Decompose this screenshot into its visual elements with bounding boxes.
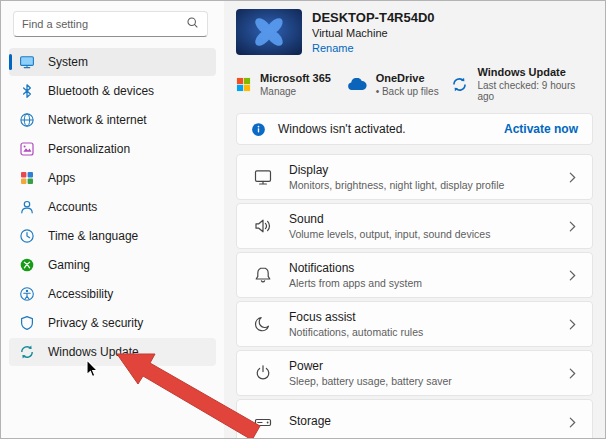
sidebar-item-label: Windows Update <box>48 345 139 359</box>
shield-icon <box>19 315 35 331</box>
sidebar-item-label: Personalization <box>48 142 130 156</box>
sidebar-item-label: Gaming <box>48 258 90 272</box>
xbox-gaming-icon <box>19 257 35 273</box>
quick-action-title: Windows Update <box>477 66 593 78</box>
quick-action-microsoft-365[interactable]: Microsoft 365 Manage <box>236 69 347 99</box>
sidebar-item-bluetooth-devices[interactable]: Bluetooth & devices <box>9 77 216 105</box>
quick-action-windows-update[interactable]: Windows Update Last checked: 9 hours ago <box>451 69 593 99</box>
onedrive-cloud-icon <box>347 78 367 91</box>
settings-card-storage[interactable]: Storage <box>236 399 593 439</box>
card-subtitle: Alerts from apps and system <box>289 277 422 289</box>
sidebar-item-windows-update[interactable]: Windows Update <box>9 338 216 366</box>
sidebar-item-label: Time & language <box>48 229 138 243</box>
sidebar-item-personalization[interactable]: Personalization <box>9 135 216 163</box>
settings-card-focus-assist[interactable]: Focus assist Notifications, automatic ru… <box>236 301 593 347</box>
quick-action-subtitle: Manage <box>260 86 331 97</box>
chevron-right-icon <box>569 221 576 232</box>
storage-drive-icon <box>253 412 273 432</box>
bell-icon <box>253 265 273 285</box>
windows-update-icon <box>19 344 35 360</box>
crescent-moon-icon <box>253 314 273 334</box>
sidebar-item-privacy-security[interactable]: Privacy & security <box>9 309 216 337</box>
sidebar-item-label: Accounts <box>48 200 97 214</box>
card-title: Notifications <box>289 261 422 275</box>
device-wallpaper-thumbnail <box>236 9 302 55</box>
chevron-right-icon <box>569 270 576 281</box>
card-title: Sound <box>289 212 490 226</box>
sidebar: System Bluetooth & devices Network & int… <box>1 1 224 438</box>
quick-action-onedrive[interactable]: OneDrive • Back up files <box>347 69 452 99</box>
sidebar-nav: System Bluetooth & devices Network & int… <box>1 48 224 366</box>
sidebar-item-label: Network & internet <box>48 113 147 127</box>
info-icon <box>251 122 266 137</box>
system-icon <box>19 54 35 70</box>
quick-action-title: Microsoft 365 <box>260 72 331 84</box>
sidebar-item-apps[interactable]: Apps <box>9 164 216 192</box>
card-title: Focus assist <box>289 310 423 324</box>
sidebar-item-accounts[interactable]: Accounts <box>9 193 216 221</box>
main-content: DESKTOP-T4R54D0 Virtual Machine Rename M… <box>224 1 605 438</box>
display-icon <box>253 167 273 187</box>
accessibility-icon <box>19 286 35 302</box>
quick-action-subtitle: Last checked: 9 hours ago <box>477 80 593 102</box>
activation-message: Windows isn't activated. <box>278 122 406 136</box>
power-icon <box>253 363 273 383</box>
device-type: Virtual Machine <box>312 27 435 39</box>
sidebar-item-label: Privacy & security <box>48 316 143 330</box>
network-globe-icon <box>19 112 35 128</box>
card-subtitle: Volume levels, output, input, sound devi… <box>289 228 490 240</box>
sidebar-item-label: Accessibility <box>48 287 113 301</box>
sidebar-item-label: Apps <box>48 171 75 185</box>
activate-now-link[interactable]: Activate now <box>504 122 578 136</box>
card-subtitle: Notifications, automatic rules <box>289 326 423 338</box>
accounts-person-icon <box>19 199 35 215</box>
sidebar-item-label: System <box>48 55 88 69</box>
sound-speaker-icon <box>253 216 273 236</box>
microsoft-logo-icon <box>236 77 251 92</box>
chevron-right-icon <box>569 172 576 183</box>
card-title: Storage <box>289 414 331 428</box>
bluetooth-icon <box>19 83 35 99</box>
sidebar-item-system[interactable]: System <box>9 48 216 76</box>
settings-card-power[interactable]: Power Sleep, battery usage, battery save… <box>236 350 593 396</box>
card-title: Power <box>289 359 452 373</box>
quick-actions-row: Microsoft 365 Manage OneDrive • Back up … <box>236 69 593 99</box>
clock-icon <box>19 228 35 244</box>
apps-grid-icon <box>19 170 35 186</box>
quick-action-subtitle: • Back up files <box>376 86 439 97</box>
settings-window: System Bluetooth & devices Network & int… <box>0 0 606 439</box>
settings-card-display[interactable]: Display Monitors, brightness, night ligh… <box>236 154 593 200</box>
device-info: DESKTOP-T4R54D0 Virtual Machine Rename <box>312 9 435 55</box>
chevron-right-icon <box>569 368 576 379</box>
card-subtitle: Sleep, battery usage, battery saver <box>289 375 452 387</box>
search-input[interactable] <box>22 18 186 30</box>
sidebar-item-gaming[interactable]: Gaming <box>9 251 216 279</box>
sidebar-item-time-language[interactable]: Time & language <box>9 222 216 250</box>
activation-banner: Windows isn't activated. Activate now <box>236 113 593 145</box>
device-header: DESKTOP-T4R54D0 Virtual Machine Rename <box>236 9 593 55</box>
sidebar-item-accessibility[interactable]: Accessibility <box>9 280 216 308</box>
sidebar-item-network-internet[interactable]: Network & internet <box>9 106 216 134</box>
windows-update-status-icon <box>451 76 468 93</box>
device-name: DESKTOP-T4R54D0 <box>312 10 435 25</box>
search-box[interactable] <box>13 11 208 37</box>
chevron-right-icon <box>569 319 576 330</box>
search-icon <box>186 15 199 33</box>
quick-action-title: OneDrive <box>376 72 439 84</box>
card-subtitle: Monitors, brightness, night light, displ… <box>289 179 504 191</box>
personalization-icon <box>19 141 35 157</box>
card-title: Display <box>289 163 504 177</box>
settings-card-notifications[interactable]: Notifications Alerts from apps and syste… <box>236 252 593 298</box>
sidebar-item-label: Bluetooth & devices <box>48 84 154 98</box>
chevron-right-icon <box>569 417 576 428</box>
settings-card-sound[interactable]: Sound Volume levels, output, input, soun… <box>236 203 593 249</box>
rename-link[interactable]: Rename <box>312 42 435 54</box>
